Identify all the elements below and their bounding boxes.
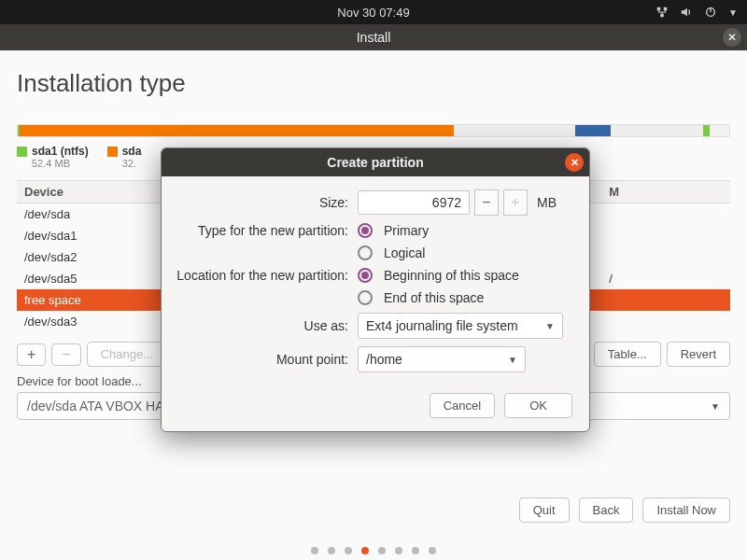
revert-button[interactable]: Revert: [667, 342, 730, 367]
disk-segment: [454, 125, 575, 136]
svg-rect-1: [664, 7, 668, 11]
disk-segment: [20, 125, 454, 136]
add-partition-button[interactable]: +: [17, 343, 46, 366]
new-partition-table-button[interactable]: Table...: [594, 342, 661, 367]
legend-label: sda1 (ntfs): [32, 145, 89, 158]
back-button[interactable]: Back: [579, 497, 634, 523]
mount-point-label: Mount point:: [171, 352, 358, 367]
size-decrement-button[interactable]: −: [474, 189, 499, 216]
quit-button[interactable]: Quit: [519, 497, 570, 523]
size-unit: MB: [537, 195, 557, 210]
table-cell: /: [601, 268, 730, 289]
mount-point-value: /home: [366, 352, 402, 367]
dialog-titlebar: Create partition ✕: [162, 148, 589, 176]
legend-item: sda1 (ntfs)52.4 MB: [17, 145, 89, 169]
radio-beginning-label: Beginning of this space: [384, 268, 519, 283]
chevron-down-icon: ▼: [545, 321, 555, 331]
chevron-down-icon: ▼: [711, 401, 720, 412]
chevron-down-icon[interactable]: ▼: [728, 7, 738, 18]
dialog-ok-button[interactable]: OK: [504, 393, 572, 418]
install-now-button[interactable]: Install Now: [642, 497, 730, 523]
change-partition-button[interactable]: Change...: [87, 342, 167, 367]
legend-sub: 32.: [122, 158, 142, 169]
disk-segment: [710, 125, 729, 136]
chevron-down-icon: ▼: [508, 355, 517, 365]
dialog-title: Create partition: [327, 155, 423, 170]
legend-item: sda32.: [107, 145, 142, 169]
radio-logical-label: Logical: [384, 245, 425, 260]
disk-usage-bar: [17, 124, 730, 137]
size-label: Size:: [171, 195, 358, 210]
radio-beginning[interactable]: [358, 268, 373, 283]
table-cell: [601, 246, 730, 268]
use-as-select[interactable]: Ext4 journaling file system ▼: [358, 313, 563, 339]
table-cell: [601, 225, 730, 246]
radio-primary-label: Primary: [384, 223, 429, 238]
wizard-buttons: Quit Back Install Now: [519, 497, 730, 523]
radio-end[interactable]: [358, 290, 373, 305]
create-partition-dialog: Create partition ✕ Size: 6972 − + MB Typ…: [161, 147, 590, 432]
dialog-cancel-button[interactable]: Cancel: [430, 393, 495, 418]
window-titlebar: Install ✕: [0, 24, 747, 50]
radio-logical[interactable]: [358, 245, 373, 260]
legend-swatch: [107, 147, 118, 157]
svg-rect-0: [657, 7, 661, 11]
volume-icon[interactable]: [680, 6, 693, 19]
size-input[interactable]: 6972: [358, 190, 470, 215]
use-as-value: Ext4 journaling file system: [366, 318, 518, 333]
window-close-button[interactable]: ✕: [723, 28, 741, 47]
column-header[interactable]: M: [601, 181, 730, 203]
table-cell: [601, 311, 730, 332]
table-cell: [601, 289, 730, 311]
power-icon[interactable]: [704, 6, 717, 19]
radio-end-label: End of this space: [384, 290, 484, 305]
partition-type-label: Type for the new partition:: [171, 223, 358, 238]
disk-segment: [575, 125, 611, 136]
window-title: Install: [357, 30, 391, 45]
clock: Nov 30 07:49: [337, 6, 409, 20]
legend-sub: 52.4 MB: [32, 158, 89, 169]
dialog-close-button[interactable]: ✕: [565, 153, 584, 172]
disk-segment: [703, 125, 711, 136]
location-label: Location for the new partition:: [171, 268, 358, 283]
use-as-label: Use as:: [171, 318, 358, 333]
step-pager: [0, 547, 747, 554]
system-top-bar: Nov 30 07:49 ▼: [0, 0, 747, 24]
size-increment-button[interactable]: +: [503, 189, 528, 216]
mount-point-select[interactable]: /home ▼: [358, 346, 526, 372]
page-heading: Installation type: [17, 69, 730, 98]
svg-rect-2: [660, 14, 664, 18]
remove-partition-button[interactable]: −: [51, 343, 80, 366]
radio-primary[interactable]: [358, 223, 373, 238]
table-cell: [601, 203, 730, 226]
legend-swatch: [17, 147, 27, 157]
network-icon[interactable]: [655, 6, 669, 19]
legend-label: sda: [122, 145, 142, 158]
disk-segment: [611, 125, 703, 136]
